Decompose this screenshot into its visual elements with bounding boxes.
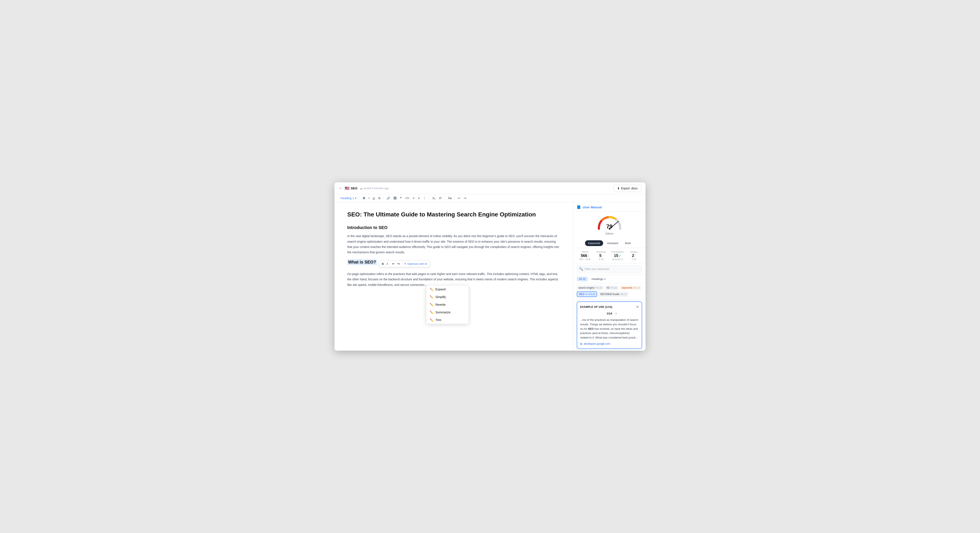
keyword-search-engine[interactable]: search engine 7/4-26 [577, 285, 604, 290]
example-close-button[interactable]: ✕ [636, 305, 639, 309]
top-bar: ← 🇺🇸 SEO ☁ saved 6 minutes ago ⬇ Export … [334, 182, 646, 194]
section2-heading: What is SEO? [347, 259, 377, 265]
export-label: Export .docx [621, 187, 638, 190]
stat-paragraphs: Paragraphs 15 ✓ At least 14 [609, 251, 626, 261]
kw-keywords-text: keywords [622, 286, 633, 289]
editor-toolbar: Heading 1 ▾ B I U S 🔗 🖼 ❝ </> ≡ ≡ ⋮ X₂ X… [334, 194, 646, 202]
panel-tabs: Keywords Assistant Brief [573, 239, 646, 248]
panel-title: User Manual [583, 205, 601, 209]
score-label: Ottimo [605, 232, 613, 235]
score-value: 79 [606, 223, 612, 230]
stat-images: Images 2 ↑ 3-18 [626, 251, 642, 261]
nav-prev-button[interactable]: ‹ [601, 311, 605, 316]
subscript-button[interactable]: X₂ [431, 196, 437, 200]
keyword-seo[interactable]: SEO ••• 7/4-26 [577, 291, 597, 297]
trim-label: Trim [436, 318, 441, 322]
context-menu: ✏️ Expand ✏️ Simplify ✏️ Rewrite ✏️ Summ… [426, 285, 469, 324]
tab-assistant[interactable]: Assistant [604, 240, 621, 246]
summarize-label: Summarize [436, 310, 450, 314]
image-button[interactable]: 🖼 [392, 196, 398, 200]
menu-item-rewrite[interactable]: ✏️ Rewrite [426, 301, 468, 309]
superscript-button[interactable]: X² [438, 196, 443, 200]
ordered-list-button[interactable]: ≡ [417, 196, 421, 200]
underline-button[interactable]: U [372, 196, 376, 200]
editor-area[interactable]: SEO: The Ultimate Guide to Mastering Sea… [334, 202, 573, 351]
align-button[interactable]: ≡ [412, 196, 416, 200]
back-button[interactable]: ← [339, 186, 342, 191]
keyword-tabs: All 32 Headings 4 [573, 275, 646, 283]
right-panel: 📘 User Manual 79 [573, 202, 646, 351]
code-button[interactable]: </> [404, 196, 410, 200]
kw-tab-all[interactable]: All 32 [577, 277, 588, 282]
heading-select[interactable]: Heading 1 ▾ [339, 196, 358, 200]
images-count: 2 [632, 253, 634, 258]
tab-keywords[interactable]: Keywords [585, 240, 603, 246]
keyword-h3[interactable]: h3 7/4-26 [605, 285, 619, 290]
italic-button[interactable]: I [367, 196, 371, 200]
kw-tab-headings[interactable]: Headings 4 [590, 277, 608, 282]
source-url: developers.google.com [584, 342, 610, 345]
nav-next-button[interactable]: › [614, 311, 618, 316]
blockquote-button[interactable]: ❝ [399, 196, 403, 200]
stat-headings: Headings 5 ↑ 3-18 [593, 251, 609, 261]
saved-text: saved 6 minutes ago [363, 187, 389, 190]
inline-separator-2 [402, 262, 402, 266]
example-box: EXAMPLE OF USE (1/14) ✕ ‹ 1/14 › ...me o… [577, 301, 642, 349]
menu-item-simplify[interactable]: ✏️ Simplify [426, 293, 468, 301]
optimize-ai-button[interactable]: ✦ Optimize with AI [403, 262, 428, 266]
panel-header: 📘 User Manual [573, 202, 646, 212]
undo-button[interactable]: ↩ [457, 196, 462, 200]
kw-seo-text: SEO [579, 293, 584, 296]
redo-button[interactable]: ↪ [463, 196, 468, 200]
paragraphs-check: ✓ [619, 254, 621, 258]
kw-h3-range: 7/4-26 [610, 286, 617, 289]
link-button[interactable]: 🔗 [385, 196, 391, 200]
summarize-icon: ✏️ [430, 310, 433, 314]
stat-words-sub: 600 - 1240 [577, 258, 593, 261]
unordered-list-button[interactable]: ⋮ [422, 196, 427, 200]
keyword-keywords[interactable]: keywords 3/6-15 [620, 285, 642, 290]
clear-format-button[interactable]: T̶x̶ [447, 196, 453, 200]
menu-item-expand[interactable]: ✏️ Expand [426, 285, 468, 293]
stat-words-value: 566 ↑ [577, 253, 593, 258]
stat-words: Words 566 ↑ 600 - 1240 [577, 251, 593, 261]
strikethrough-button[interactable]: S [377, 196, 382, 200]
toolbar-separator-2 [383, 196, 383, 200]
tab-brief[interactable]: Brief [622, 240, 634, 246]
menu-item-trim[interactable]: ✏️ Trim [426, 316, 468, 324]
main-layout: SEO: The Ultimate Guide to Mastering Sea… [334, 202, 646, 351]
toolbar-separator-4 [445, 196, 445, 200]
stats-row: Words 566 ↑ 600 - 1240 Headings 5 ↑ 3-18 [573, 248, 646, 263]
simplify-label: Simplify [436, 295, 446, 299]
inline-redo-button[interactable]: ↪ [396, 262, 401, 266]
inline-undo-button[interactable]: ↩ [391, 262, 396, 266]
flag-icon: 🇺🇸 [345, 186, 349, 191]
stat-paragraphs-value: 15 ✓ [609, 253, 626, 258]
stat-paragraphs-sub: At least 14 [609, 258, 626, 261]
kw-h3-text: h3 [607, 286, 609, 289]
bold-button[interactable]: B [362, 196, 366, 200]
kw-keywords-range: 3/6-15 [633, 286, 640, 289]
optimize-label: Optimize with AI [407, 262, 427, 266]
document-title: SEO: The Ultimate Guide to Mastering Sea… [347, 211, 560, 218]
kw-search-engine-text: search engine [578, 286, 594, 289]
example-nav: ‹ 1/14 › [580, 311, 639, 316]
rewrite-icon: ✏️ [430, 303, 433, 306]
stat-paragraphs-label: Paragraphs [609, 251, 626, 253]
ai-icon: ✦ [404, 262, 406, 266]
example-source: G developers.google.com [580, 342, 639, 345]
keyword-seo-sem[interactable]: SEO/SEM Guide 3/6-15 [598, 291, 628, 297]
headings-count: 5 [599, 253, 601, 258]
export-button[interactable]: ⬇ Export .docx [614, 185, 641, 192]
stat-words-label: Words [577, 251, 593, 253]
words-arrow: ↑ [587, 255, 589, 257]
inline-italic-button[interactable]: I [386, 262, 389, 266]
inline-bold-button[interactable]: B [380, 262, 385, 266]
google-icon: G [580, 342, 582, 345]
expand-icon: ✏️ [430, 288, 433, 291]
menu-item-summarize[interactable]: ✏️ Summarize [426, 309, 468, 316]
stat-headings-label: Headings [593, 251, 609, 253]
score-section: 79 Ottimo [573, 212, 646, 239]
keyword-filter-input[interactable] [585, 267, 640, 270]
gauge-container: 79 [597, 215, 622, 230]
